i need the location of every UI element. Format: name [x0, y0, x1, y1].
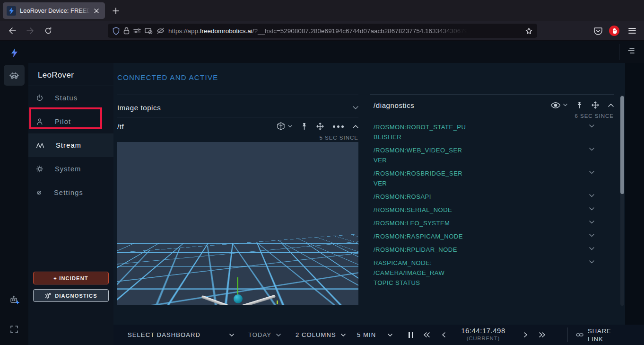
app-rail — [0, 41, 28, 345]
diagnostics-item-label: /ROSMON:ROBOT_STATE_PUBLISHER — [374, 122, 466, 142]
app-logo-bolt-icon[interactable] — [0, 42, 28, 63]
diagnostics-item[interactable]: /ROSMON:LEO_SYSTEM — [374, 218, 596, 228]
chevron-down-icon[interactable] — [589, 124, 594, 128]
step-forward-button[interactable] — [524, 325, 528, 345]
app-top-strip — [28, 41, 644, 63]
url-bar[interactable]: https://app.freedomrobotics.ai/?__hstc=5… — [108, 24, 537, 38]
diagnostics-item[interactable]: /ROSMON:ROBOT_STATE_PUBLISHER — [374, 122, 596, 142]
sidebar-item-label: System — [55, 165, 81, 173]
chevron-down-icon[interactable] — [353, 106, 358, 109]
url-path: /?__hstc=52908087.280e69194c6744d07aacb2… — [252, 27, 468, 35]
image-topics-label: Image topics — [117, 104, 161, 112]
divider — [117, 95, 358, 95]
sidebar-item-label: Settings — [54, 189, 83, 196]
skip-last-button[interactable] — [539, 325, 546, 345]
topbar-divider — [619, 44, 619, 60]
diagnostics-button-label: DIAGNOSTICS — [55, 293, 97, 299]
diagnostics-item-label: /ROSMON:ROSAPI — [374, 192, 466, 202]
pocket-icon[interactable] — [592, 25, 604, 37]
diagnostics-item[interactable]: /ROSMON:RPLIDAR_NODE — [374, 245, 596, 255]
forward-button[interactable] — [24, 24, 37, 37]
chevron-down-icon — [388, 334, 392, 336]
lock-icon[interactable] — [123, 27, 130, 35]
image-topics-dropdown[interactable]: Image topics — [117, 98, 358, 117]
diagnostics-list: /ROSMON:ROBOT_STATE_PUBLISHER /ROSMON:WE… — [374, 122, 596, 291]
permissions-sliders-icon[interactable] — [133, 28, 141, 34]
bookmark-star-icon[interactable] — [525, 27, 532, 35]
back-button[interactable] — [6, 24, 19, 37]
diagnostics-item[interactable]: /ROSMON:SERIAL_NODE — [374, 205, 596, 215]
reload-button[interactable] — [42, 24, 55, 37]
blocker-extension-icon[interactable] — [608, 25, 620, 37]
gear-icon — [36, 165, 44, 173]
diagnostics-item[interactable]: /ROSMON:ROSAPI — [374, 192, 596, 202]
diagnostics-item-label: /ROSMON:WEB_VIDEO_SERVER — [374, 145, 466, 165]
scrollbar-thumb[interactable] — [620, 96, 624, 194]
browser-toolbar: https://app.freedomrobotics.ai/?__hstc=5… — [0, 21, 644, 41]
chevron-down-icon[interactable] — [589, 234, 594, 237]
sidebar-item-stream[interactable]: Stream — [28, 133, 113, 157]
browser-tab-strip: LeoRover Device: FREED — [0, 0, 644, 21]
pin-icon[interactable] — [576, 101, 583, 109]
interval-label: 5 MIN — [357, 331, 376, 338]
more-options-icon[interactable] — [333, 125, 344, 128]
sidebar-item-status[interactable]: Status — [28, 86, 113, 110]
divider — [370, 94, 614, 95]
chevron-down-icon — [276, 334, 281, 336]
share-link-button[interactable]: SHARE LINK — [576, 325, 614, 345]
move-icon[interactable] — [316, 123, 324, 130]
sidebar-item-system[interactable]: System — [28, 157, 113, 181]
pin-icon[interactable] — [301, 123, 307, 130]
chevron-down-icon[interactable] — [589, 247, 594, 250]
chevron-down-icon[interactable] — [589, 171, 594, 174]
chevron-down-icon[interactable] — [589, 221, 594, 224]
tf-since-label: 5 SEC SINCE — [117, 135, 358, 141]
chevron-down-icon[interactable] — [589, 260, 594, 264]
view-mode-cube-dropdown[interactable] — [276, 122, 292, 131]
incident-button[interactable]: + INCIDENT — [33, 272, 109, 284]
sidebar-item-settings[interactable]: Settings — [28, 181, 113, 204]
menu-hamburger-icon[interactable] — [626, 25, 638, 37]
screenshot-root: LeoRover Device: FREED — [0, 0, 644, 345]
notifications-filter-icon[interactable] — [626, 47, 637, 57]
date-range-label: TODAY — [248, 331, 271, 338]
step-back-button[interactable] — [442, 325, 445, 345]
select-dashboard-dropdown[interactable]: SELECT DASHBOARD — [128, 325, 234, 345]
collapse-chevron-up-icon[interactable] — [353, 125, 358, 128]
diagnostics-item[interactable]: /ROSMON:ROSBRIDGE_SERVER — [374, 168, 596, 188]
tab-close-icon[interactable] — [92, 6, 101, 16]
interval-dropdown[interactable]: 5 MIN — [357, 325, 392, 345]
device-rover-icon[interactable] — [4, 65, 25, 86]
autoplay-blocked-icon[interactable] — [145, 27, 153, 34]
diagnostics-button[interactable]: DIAGNOSTICS — [33, 289, 109, 302]
skip-first-button[interactable] — [423, 325, 430, 345]
fullscreen-icon[interactable] — [0, 319, 28, 340]
chevron-down-icon[interactable] — [589, 207, 594, 211]
add-robot-icon[interactable] — [0, 290, 28, 310]
power-icon — [36, 94, 44, 102]
timeline-timestamp: 16:44:17.498 (CURRENT) — [450, 327, 516, 341]
tf-3d-viewport[interactable] — [117, 142, 358, 305]
lightning-favicon-icon — [7, 6, 16, 16]
browser-tab[interactable]: LeoRover Device: FREED — [3, 2, 105, 19]
date-range-dropdown[interactable]: TODAY — [248, 325, 281, 345]
pause-button[interactable] — [409, 325, 413, 345]
columns-dropdown[interactable]: 2 COLUMNS — [296, 325, 346, 345]
chevron-down-icon[interactable] — [589, 194, 594, 197]
screenshare-blocked-icon[interactable] — [157, 27, 165, 34]
diagnostics-item[interactable]: /ROSMON:RASPICAM_NODE — [374, 231, 596, 241]
move-icon[interactable] — [592, 101, 599, 109]
link-icon — [576, 333, 583, 337]
diagnostics-item-label: /ROSMON:LEO_SYSTEM — [374, 218, 466, 228]
new-tab-button[interactable] — [110, 5, 122, 17]
tracking-shield-icon[interactable] — [113, 27, 120, 35]
chevron-down-icon[interactable] — [589, 148, 594, 151]
select-dashboard-label: SELECT DASHBOARD — [128, 331, 200, 338]
diagnostics-panel-header: /diagnostics — [374, 97, 614, 113]
diagnostics-item[interactable]: /ROSMON:WEB_VIDEO_SERVER — [374, 145, 596, 165]
connection-status: CONNECTED AND ACTIVE — [117, 73, 218, 81]
diagnostics-item[interactable]: RASPICAM_NODE: /CAMERA/IMAGE_RAW TOPIC S… — [374, 258, 596, 288]
collapse-chevron-up-icon[interactable] — [608, 104, 614, 107]
visibility-eye-dropdown[interactable] — [550, 102, 567, 109]
tf-panel-header: /tf — [117, 117, 358, 135]
